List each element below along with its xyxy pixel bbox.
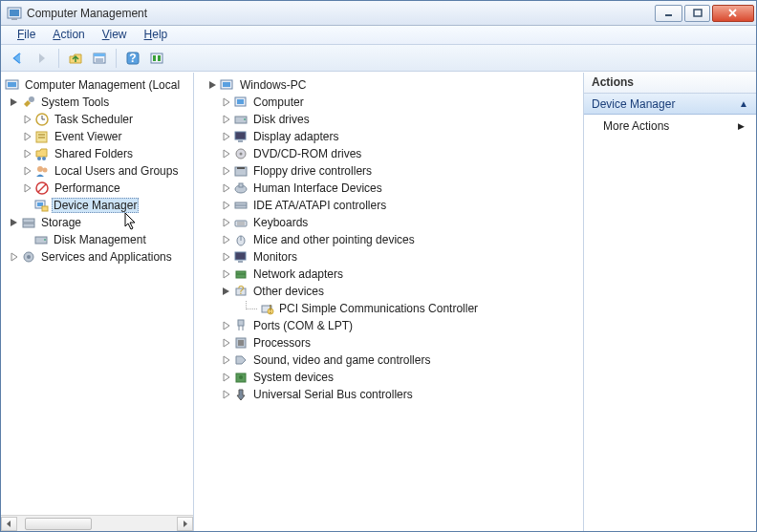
svg-rect-61 bbox=[235, 252, 246, 260]
expand-icon[interactable] bbox=[22, 131, 33, 142]
device-item[interactable]: Floppy drive controllers bbox=[207, 162, 581, 180]
expand-icon[interactable] bbox=[221, 389, 232, 400]
expand-icon[interactable] bbox=[221, 131, 232, 142]
svg-point-76 bbox=[239, 375, 243, 379]
device-label: Universal Serial Bus controllers bbox=[251, 388, 415, 401]
expand-icon[interactable] bbox=[22, 114, 33, 125]
expand-icon[interactable] bbox=[221, 217, 232, 228]
svg-rect-56 bbox=[235, 221, 247, 226]
device-icon bbox=[233, 198, 249, 213]
tree-services[interactable]: Services and Applications bbox=[5, 248, 191, 266]
device-item[interactable]: ?Other devices bbox=[207, 283, 581, 300]
device-item[interactable]: Disk drives bbox=[207, 111, 581, 128]
expand-icon[interactable] bbox=[221, 234, 232, 245]
expand-icon[interactable] bbox=[221, 372, 232, 383]
submenu-arrow-icon: ▶ bbox=[738, 121, 745, 131]
tree-task-scheduler[interactable]: Task Scheduler bbox=[5, 111, 191, 128]
expand-icon[interactable] bbox=[221, 182, 232, 194]
show-hide-button[interactable] bbox=[145, 48, 168, 69]
services-icon bbox=[21, 249, 36, 265]
device-item[interactable]: Monitors bbox=[207, 248, 581, 266]
device-item[interactable]: Ports (COM & LPT) bbox=[207, 317, 581, 334]
collapse-icon[interactable] bbox=[207, 79, 219, 91]
separator bbox=[58, 49, 59, 68]
expand-icon[interactable] bbox=[221, 354, 232, 366]
menu-action[interactable]: Action bbox=[44, 26, 93, 44]
expand-icon[interactable] bbox=[221, 320, 232, 331]
expand-icon[interactable] bbox=[221, 114, 232, 125]
scroll-left-button[interactable] bbox=[1, 517, 17, 531]
tree-device-manager[interactable]: Device Manager bbox=[5, 197, 191, 214]
svg-rect-53 bbox=[239, 183, 243, 187]
device-root[interactable]: Windows-PC bbox=[207, 76, 581, 94]
device-item[interactable]: !PCI Simple Communications Controller bbox=[207, 300, 581, 317]
tree-local-users[interactable]: Local Users and Groups bbox=[5, 162, 191, 180]
tree-disk-management[interactable]: Disk Management bbox=[5, 231, 191, 248]
device-item[interactable]: Keyboards bbox=[207, 214, 581, 231]
svg-rect-8 bbox=[94, 53, 105, 56]
expand-icon[interactable] bbox=[221, 268, 232, 280]
tree-system-tools[interactable]: System Tools bbox=[5, 94, 191, 111]
scroll-thumb[interactable] bbox=[25, 518, 92, 530]
menu-help[interactable]: Help bbox=[136, 26, 177, 44]
actions-section[interactable]: Device Manager ▲ bbox=[584, 94, 756, 115]
up-folder-button[interactable] bbox=[64, 48, 87, 69]
tree-shared-folders[interactable]: Shared Folders bbox=[5, 145, 191, 162]
collapse-icon[interactable] bbox=[9, 217, 20, 228]
expand-icon[interactable] bbox=[22, 148, 33, 160]
device-label: Disk drives bbox=[251, 113, 312, 126]
svg-point-39 bbox=[27, 255, 31, 259]
expand-icon[interactable] bbox=[22, 182, 33, 194]
device-item[interactable]: Network adapters bbox=[207, 266, 581, 283]
expand-icon[interactable] bbox=[221, 337, 232, 349]
device-item[interactable]: Display adapters bbox=[207, 128, 581, 145]
menu-file[interactable]: File bbox=[9, 26, 44, 44]
svg-rect-35 bbox=[23, 223, 34, 227]
horizontal-scrollbar[interactable] bbox=[1, 515, 193, 531]
shared-folder-icon bbox=[34, 146, 50, 161]
forward-button[interactable] bbox=[31, 48, 54, 69]
device-item[interactable]: Human Interface Devices bbox=[207, 180, 581, 197]
device-icon bbox=[233, 95, 249, 110]
expand-icon[interactable] bbox=[221, 200, 232, 211]
expand-icon[interactable] bbox=[221, 251, 232, 263]
svg-rect-14 bbox=[153, 55, 156, 61]
device-tree[interactable]: Windows-PC ComputerDisk drivesDisplay ad… bbox=[194, 73, 583, 407]
svg-rect-51 bbox=[237, 167, 245, 169]
menu-view[interactable]: View bbox=[94, 26, 136, 44]
scroll-track[interactable] bbox=[17, 517, 177, 531]
tree-storage[interactable]: Storage bbox=[5, 214, 191, 231]
device-item[interactable]: DVD/CD-ROM drives bbox=[207, 145, 581, 162]
console-tree[interactable]: Computer Management (Local System Tools … bbox=[1, 73, 193, 515]
tree-root[interactable]: Computer Management (Local bbox=[5, 76, 191, 94]
tree-event-viewer[interactable]: Event Viewer bbox=[5, 128, 191, 145]
expand-icon[interactable] bbox=[221, 148, 232, 160]
collapse-icon[interactable] bbox=[9, 96, 20, 108]
scroll-right-button[interactable] bbox=[177, 517, 193, 531]
maximize-button[interactable] bbox=[684, 5, 710, 22]
properties-button[interactable] bbox=[88, 48, 111, 69]
device-item[interactable]: Mice and other pointing devices bbox=[207, 231, 581, 248]
expand-icon[interactable] bbox=[9, 251, 20, 263]
more-actions-item[interactable]: More Actions ▶ bbox=[584, 115, 756, 138]
svg-rect-41 bbox=[223, 82, 230, 87]
device-item[interactable]: Processors bbox=[207, 334, 581, 351]
expand-icon[interactable] bbox=[22, 165, 33, 177]
device-item[interactable]: System devices bbox=[207, 369, 581, 386]
back-button[interactable] bbox=[7, 48, 30, 69]
collapse-icon[interactable] bbox=[221, 286, 232, 297]
device-label: Human Interface Devices bbox=[251, 181, 384, 195]
minimize-button[interactable] bbox=[655, 5, 682, 22]
device-label: Floppy drive controllers bbox=[251, 164, 374, 178]
device-item[interactable]: Computer bbox=[207, 94, 581, 111]
device-icon bbox=[233, 163, 249, 179]
device-icon bbox=[233, 318, 249, 333]
device-item[interactable]: Sound, video and game controllers bbox=[207, 351, 581, 369]
expand-icon[interactable] bbox=[221, 165, 232, 177]
close-button[interactable] bbox=[712, 5, 754, 22]
device-item[interactable]: IDE ATA/ATAPI controllers bbox=[207, 197, 581, 214]
tree-performance[interactable]: Performance bbox=[5, 180, 191, 197]
expand-icon[interactable] bbox=[221, 96, 232, 108]
help-button[interactable]: ? bbox=[121, 48, 144, 69]
device-item[interactable]: Universal Serial Bus controllers bbox=[207, 386, 581, 403]
